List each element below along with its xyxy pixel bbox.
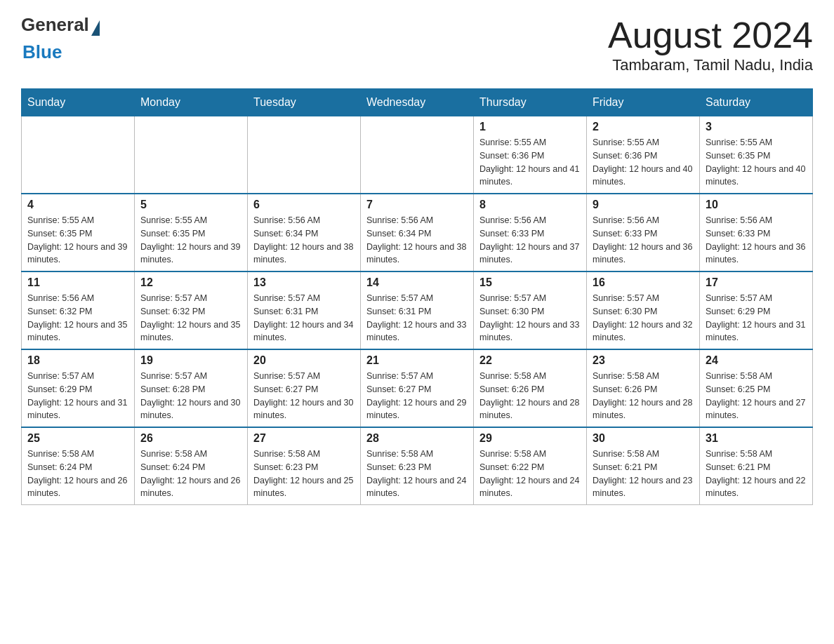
day-info: Sunrise: 5:56 AMSunset: 6:33 PMDaylight:…	[479, 214, 581, 267]
day-info: Sunrise: 5:58 AMSunset: 6:23 PMDaylight:…	[366, 448, 468, 500]
day-info: Sunrise: 5:58 AMSunset: 6:23 PMDaylight:…	[253, 448, 355, 500]
day-info: Sunrise: 5:58 AMSunset: 6:25 PMDaylight:…	[706, 370, 807, 422]
day-number: 29	[479, 432, 581, 445]
day-number: 25	[27, 432, 128, 445]
day-number: 18	[27, 354, 128, 367]
calendar-cell: 31Sunrise: 5:58 AMSunset: 6:21 PMDayligh…	[700, 427, 813, 505]
week-row-4: 18Sunrise: 5:57 AMSunset: 6:29 PMDayligh…	[22, 349, 813, 427]
weekday-header-friday: Friday	[587, 89, 700, 116]
calendar-cell: 30Sunrise: 5:58 AMSunset: 6:21 PMDayligh…	[587, 427, 700, 505]
day-number: 28	[366, 432, 468, 445]
day-number: 16	[593, 276, 694, 289]
day-number: 9	[593, 199, 694, 211]
weekday-header-wednesday: Wednesday	[361, 89, 474, 116]
week-row-5: 25Sunrise: 5:58 AMSunset: 6:24 PMDayligh…	[22, 427, 813, 505]
day-info: Sunrise: 5:58 AMSunset: 6:26 PMDaylight:…	[593, 370, 694, 422]
calendar-cell: 22Sunrise: 5:58 AMSunset: 6:26 PMDayligh…	[474, 349, 587, 427]
day-info: Sunrise: 5:55 AMSunset: 6:35 PMDaylight:…	[140, 214, 241, 267]
day-number: 12	[140, 276, 241, 289]
day-number: 5	[140, 199, 241, 211]
calendar-cell: 24Sunrise: 5:58 AMSunset: 6:25 PMDayligh…	[700, 349, 813, 427]
calendar-table: SundayMondayTuesdayWednesdayThursdayFrid…	[21, 88, 813, 505]
day-number: 13	[253, 276, 355, 289]
day-info: Sunrise: 5:58 AMSunset: 6:24 PMDaylight:…	[140, 448, 241, 500]
logo-blue-text: Blue	[22, 41, 100, 63]
day-number: 20	[253, 354, 355, 367]
day-info: Sunrise: 5:57 AMSunset: 6:30 PMDaylight:…	[479, 292, 581, 344]
calendar-cell: 18Sunrise: 5:57 AMSunset: 6:29 PMDayligh…	[22, 349, 135, 427]
calendar-cell: 11Sunrise: 5:56 AMSunset: 6:32 PMDayligh…	[22, 271, 135, 349]
day-info: Sunrise: 5:56 AMSunset: 6:34 PMDaylight:…	[253, 214, 355, 267]
logo-triangle-icon	[91, 20, 100, 36]
logo: General Blue	[21, 14, 100, 63]
day-number: 23	[593, 354, 694, 367]
calendar-cell: 6Sunrise: 5:56 AMSunset: 6:34 PMDaylight…	[248, 194, 361, 271]
day-info: Sunrise: 5:55 AMSunset: 6:35 PMDaylight:…	[706, 136, 807, 189]
calendar-cell: 12Sunrise: 5:57 AMSunset: 6:32 PMDayligh…	[135, 271, 248, 349]
day-info: Sunrise: 5:58 AMSunset: 6:26 PMDaylight:…	[479, 370, 581, 422]
calendar-cell: 16Sunrise: 5:57 AMSunset: 6:30 PMDayligh…	[587, 271, 700, 349]
calendar-cell: 5Sunrise: 5:55 AMSunset: 6:35 PMDaylight…	[135, 194, 248, 271]
day-number: 30	[593, 432, 694, 445]
day-info: Sunrise: 5:56 AMSunset: 6:34 PMDaylight:…	[366, 214, 468, 267]
calendar-cell: 14Sunrise: 5:57 AMSunset: 6:31 PMDayligh…	[361, 271, 474, 349]
day-number: 2	[593, 121, 694, 133]
day-number: 10	[706, 199, 807, 211]
day-info: Sunrise: 5:58 AMSunset: 6:24 PMDaylight:…	[27, 448, 128, 500]
calendar-cell	[361, 116, 474, 194]
location-title: Tambaram, Tamil Nadu, India	[608, 56, 813, 74]
day-number: 24	[706, 354, 807, 367]
calendar-cell: 21Sunrise: 5:57 AMSunset: 6:27 PMDayligh…	[361, 349, 474, 427]
day-info: Sunrise: 5:56 AMSunset: 6:32 PMDaylight:…	[27, 292, 128, 344]
calendar-cell: 25Sunrise: 5:58 AMSunset: 6:24 PMDayligh…	[22, 427, 135, 505]
calendar-cell: 28Sunrise: 5:58 AMSunset: 6:23 PMDayligh…	[361, 427, 474, 505]
day-number: 22	[479, 354, 581, 367]
calendar-cell: 17Sunrise: 5:57 AMSunset: 6:29 PMDayligh…	[700, 271, 813, 349]
calendar-cell	[22, 116, 135, 194]
day-number: 3	[706, 121, 807, 133]
day-number: 6	[253, 199, 355, 211]
day-info: Sunrise: 5:57 AMSunset: 6:27 PMDaylight:…	[366, 370, 468, 422]
day-info: Sunrise: 5:58 AMSunset: 6:22 PMDaylight:…	[479, 448, 581, 500]
weekday-header-tuesday: Tuesday	[248, 89, 361, 116]
day-number: 11	[27, 276, 128, 289]
day-info: Sunrise: 5:57 AMSunset: 6:27 PMDaylight:…	[253, 370, 355, 422]
calendar-cell: 26Sunrise: 5:58 AMSunset: 6:24 PMDayligh…	[135, 427, 248, 505]
day-number: 7	[366, 199, 468, 211]
calendar-cell: 9Sunrise: 5:56 AMSunset: 6:33 PMDaylight…	[587, 194, 700, 271]
day-number: 1	[479, 121, 581, 133]
calendar-cell: 13Sunrise: 5:57 AMSunset: 6:31 PMDayligh…	[248, 271, 361, 349]
week-row-3: 11Sunrise: 5:56 AMSunset: 6:32 PMDayligh…	[22, 271, 813, 349]
calendar-cell: 20Sunrise: 5:57 AMSunset: 6:27 PMDayligh…	[248, 349, 361, 427]
weekday-header-row: SundayMondayTuesdayWednesdayThursdayFrid…	[22, 89, 813, 116]
header: General Blue August 2024 Tambaram, Tamil…	[21, 14, 813, 74]
week-row-1: 1Sunrise: 5:55 AMSunset: 6:36 PMDaylight…	[22, 116, 813, 194]
day-number: 14	[366, 276, 468, 289]
day-number: 8	[479, 199, 581, 211]
day-info: Sunrise: 5:57 AMSunset: 6:30 PMDaylight:…	[593, 292, 694, 344]
calendar-cell	[248, 116, 361, 194]
day-info: Sunrise: 5:55 AMSunset: 6:35 PMDaylight:…	[27, 214, 128, 267]
calendar-cell	[135, 116, 248, 194]
calendar-cell: 15Sunrise: 5:57 AMSunset: 6:30 PMDayligh…	[474, 271, 587, 349]
calendar-cell: 7Sunrise: 5:56 AMSunset: 6:34 PMDaylight…	[361, 194, 474, 271]
weekday-header-monday: Monday	[135, 89, 248, 116]
day-number: 15	[479, 276, 581, 289]
calendar-cell: 23Sunrise: 5:58 AMSunset: 6:26 PMDayligh…	[587, 349, 700, 427]
day-number: 31	[706, 432, 807, 445]
day-info: Sunrise: 5:55 AMSunset: 6:36 PMDaylight:…	[593, 136, 694, 189]
day-info: Sunrise: 5:57 AMSunset: 6:28 PMDaylight:…	[140, 370, 241, 422]
day-info: Sunrise: 5:56 AMSunset: 6:33 PMDaylight:…	[593, 214, 694, 267]
weekday-header-sunday: Sunday	[22, 89, 135, 116]
week-row-2: 4Sunrise: 5:55 AMSunset: 6:35 PMDaylight…	[22, 194, 813, 271]
day-info: Sunrise: 5:57 AMSunset: 6:31 PMDaylight:…	[366, 292, 468, 344]
day-info: Sunrise: 5:57 AMSunset: 6:32 PMDaylight:…	[140, 292, 241, 344]
month-title: August 2024	[608, 14, 813, 56]
title-area: August 2024 Tambaram, Tamil Nadu, India	[608, 14, 813, 74]
calendar-cell: 4Sunrise: 5:55 AMSunset: 6:35 PMDaylight…	[22, 194, 135, 271]
calendar-cell: 3Sunrise: 5:55 AMSunset: 6:35 PMDaylight…	[700, 116, 813, 194]
calendar-cell: 1Sunrise: 5:55 AMSunset: 6:36 PMDaylight…	[474, 116, 587, 194]
weekday-header-saturday: Saturday	[700, 89, 813, 116]
day-info: Sunrise: 5:57 AMSunset: 6:29 PMDaylight:…	[706, 292, 807, 344]
calendar-cell: 10Sunrise: 5:56 AMSunset: 6:33 PMDayligh…	[700, 194, 813, 271]
